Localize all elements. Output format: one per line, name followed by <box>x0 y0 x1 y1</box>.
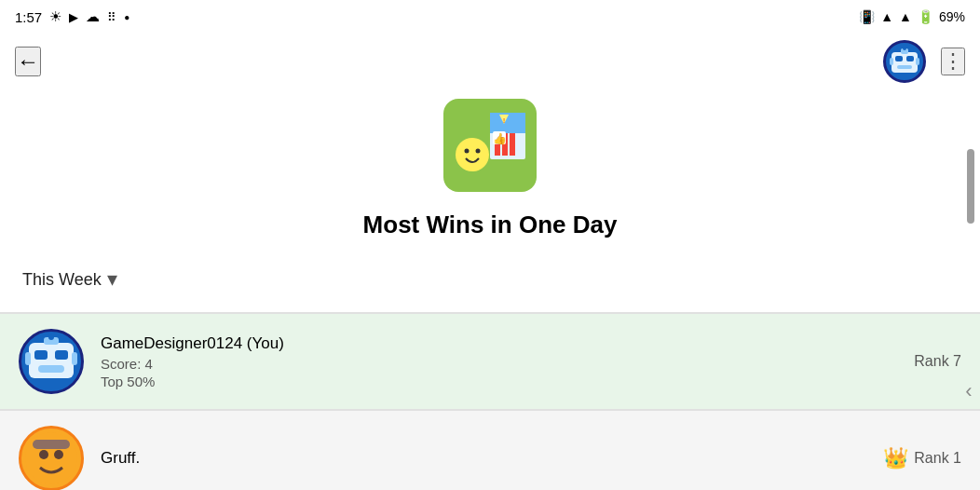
svg-rect-27 <box>25 352 31 365</box>
current-user-robot-icon <box>23 333 79 389</box>
filter-label: This Week <box>22 270 102 290</box>
battery-icon: 🔋 <box>918 9 933 24</box>
svg-rect-1 <box>895 56 903 61</box>
youtube-icon: ▶ <box>69 10 78 24</box>
grid-icon: ⠿ <box>107 10 116 24</box>
nav-right: ⋮ <box>883 40 965 83</box>
svg-rect-23 <box>55 350 68 360</box>
svg-rect-32 <box>33 440 70 449</box>
next-user-avatar <box>19 426 84 490</box>
current-user-percentile: Top 50% <box>101 374 914 389</box>
scroll-indicator[interactable] <box>967 149 974 224</box>
svg-point-19 <box>465 149 470 154</box>
svg-point-5 <box>903 47 906 50</box>
svg-rect-22 <box>34 350 48 360</box>
more-button[interactable]: ⋮ <box>941 48 965 75</box>
svg-rect-7 <box>916 58 919 65</box>
svg-point-26 <box>48 334 54 340</box>
svg-point-20 <box>476 149 481 154</box>
nav-left: ← <box>15 47 41 76</box>
current-user-rank-area: Rank 7 <box>914 353 961 370</box>
robot-icon-nav <box>888 45 921 78</box>
status-right: 📳 ▲ ▲ 🔋 69% <box>859 9 965 24</box>
svg-point-31 <box>54 450 63 459</box>
current-user-name: GameDesigner0124 (You) <box>101 334 914 353</box>
current-user-info: GameDesigner0124 (You) Score: 4 Top 50% <box>101 334 914 389</box>
leaderboard-list: GameDesigner0124 (You) Score: 4 Top 50% … <box>0 313 980 490</box>
game-icon: ! 👍 <box>443 99 537 192</box>
svg-text:!: ! <box>503 116 506 125</box>
svg-rect-21 <box>29 343 74 378</box>
svg-point-30 <box>39 450 48 459</box>
current-user-rank: Rank 7 <box>914 353 961 370</box>
current-user-avatar <box>19 329 84 394</box>
brightness-icon: ☀ <box>49 8 61 25</box>
game-icon-svg: ! 👍 <box>448 103 532 187</box>
vibrate-icon: 📳 <box>859 9 875 24</box>
next-user-name: Gruff. <box>101 449 883 468</box>
svg-rect-3 <box>897 65 912 69</box>
game-title: Most Wins in One Day <box>363 211 618 239</box>
svg-text:👍: 👍 <box>493 131 507 145</box>
dot-icon: ● <box>124 12 129 22</box>
filter-row: This Week ▾ <box>0 254 980 305</box>
cloud-icon: ☁ <box>86 8 100 25</box>
user-avatar-nav[interactable] <box>883 40 926 83</box>
status-bar: 1:57 ☀ ▶ ☁ ⠿ ● 📳 ▲ ▲ 🔋 69% <box>0 0 980 34</box>
svg-point-18 <box>456 138 489 171</box>
time-display: 1:57 <box>15 9 42 25</box>
svg-rect-24 <box>38 365 64 373</box>
nav-bar: ← ⋮ <box>0 34 980 89</box>
next-user-avatar-icon <box>23 430 79 486</box>
current-user-score: Score: 4 <box>101 356 914 372</box>
current-user-row: GameDesigner0124 (You) Score: 4 Top 50% … <box>0 313 980 409</box>
signal-icon: ▲ <box>899 9 912 24</box>
svg-rect-2 <box>906 56 914 61</box>
crown-icon: 👑 <box>883 446 908 470</box>
main-content: ! 👍 Most Wins in One Day This Week ▾ <box>0 89 980 312</box>
svg-rect-0 <box>892 52 918 73</box>
chevron-down-icon: ▾ <box>107 267 117 292</box>
next-user-rank-area: 👑 Rank 1 <box>883 446 961 470</box>
back-button[interactable]: ← <box>15 47 41 76</box>
next-user-row: Gruff. 👑 Rank 1 <box>0 410 980 490</box>
status-left: 1:57 ☀ ▶ ☁ ⠿ ● <box>15 8 129 25</box>
this-week-filter[interactable]: This Week ▾ <box>22 264 117 295</box>
svg-rect-28 <box>72 352 77 365</box>
wifi-icon: ▲ <box>880 9 893 24</box>
next-user-info: Gruff. <box>101 449 883 468</box>
side-collapse-arrow[interactable]: ‹ <box>958 363 980 419</box>
battery-level: 69% <box>939 9 965 24</box>
next-user-rank: Rank 1 <box>914 450 961 467</box>
svg-rect-6 <box>890 58 893 65</box>
